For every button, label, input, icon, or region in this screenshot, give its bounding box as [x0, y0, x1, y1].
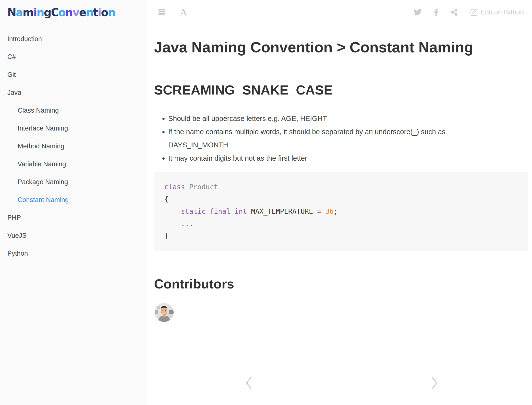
- logo-letter: v: [73, 6, 79, 19]
- app-root: NamingConvention IntroductionC#GitJavaCl…: [0, 0, 532, 405]
- next-page-button[interactable]: [427, 376, 442, 390]
- logo-letter: C: [51, 6, 58, 19]
- main-area: A: [147, 0, 532, 405]
- logo-letter: m: [23, 6, 34, 19]
- sidebar-item-method-naming[interactable]: Method Naming: [0, 137, 147, 155]
- logo-letter: n: [108, 6, 115, 19]
- code-line: static final int MAX_TEMPERATURE = 36;: [164, 205, 518, 218]
- edit-on-github-link[interactable]: Edit on Github: [470, 8, 524, 16]
- bullet-item: Should be all uppercase letters e.g. AGE…: [168, 112, 501, 125]
- logo-letter: n: [36, 6, 44, 19]
- logo-letter: e: [79, 6, 86, 19]
- toolbar: A: [147, 0, 532, 24]
- sidebar-item-vuejs[interactable]: VueJS: [0, 227, 147, 245]
- bullet-item: It may contain digits but not as the fir…: [168, 152, 501, 165]
- bullet-item: If the name contains multiple words, it …: [168, 125, 501, 152]
- edit-icon: [470, 9, 478, 16]
- sidebar-item-introduction[interactable]: Introduction: [0, 30, 147, 48]
- sidebar-item-c[interactable]: C#: [0, 48, 147, 66]
- logo-letter: N: [7, 6, 16, 19]
- logo[interactable]: NamingConvention: [7, 6, 115, 19]
- code-line: ...: [164, 218, 518, 230]
- sidebar-item-class-naming[interactable]: Class Naming: [0, 102, 147, 119]
- chevron-left-icon: [245, 377, 252, 389]
- share-icon[interactable]: [451, 9, 458, 16]
- prev-page-button[interactable]: [241, 376, 256, 390]
- chevron-right-icon: [432, 377, 438, 389]
- code-block: class Product{ static final int MAX_TEMP…: [154, 172, 528, 251]
- twitter-icon[interactable]: [413, 9, 422, 16]
- toolbar-right: Edit on Github: [413, 8, 524, 16]
- sidebar: NamingConvention IntroductionC#GitJavaCl…: [0, 0, 147, 405]
- sidebar-item-interface-naming[interactable]: Interface Naming: [0, 119, 147, 137]
- sidebar-item-git[interactable]: Git: [0, 66, 147, 84]
- code-line: }: [164, 230, 518, 242]
- font-settings-icon[interactable]: A: [180, 7, 187, 18]
- sidebar-item-java[interactable]: Java: [0, 84, 147, 102]
- page-content: Java Naming Convention > Constant Naming…: [147, 38, 532, 322]
- menu-icon[interactable]: [158, 9, 165, 15]
- logo-letter: o: [101, 6, 108, 19]
- sidebar-item-variable-naming[interactable]: Variable Naming: [0, 155, 147, 173]
- bullet-list: Should be all uppercase letters e.g. AGE…: [154, 112, 528, 165]
- logo-letter: i: [33, 6, 36, 19]
- logo-letter: o: [59, 6, 65, 19]
- sidebar-item-php[interactable]: PHP: [0, 209, 147, 227]
- page-title: Java Naming Convention > Constant Naming: [154, 38, 528, 56]
- logo-area: NamingConvention: [0, 0, 147, 25]
- contributor-avatar[interactable]: [155, 303, 174, 322]
- sidebar-item-package-naming[interactable]: Package Naming: [0, 173, 147, 191]
- edit-on-github-label: Edit on Github: [481, 8, 524, 16]
- logo-letter: a: [16, 6, 23, 19]
- logo-letter: n: [65, 6, 73, 19]
- logo-letter: n: [86, 6, 93, 19]
- logo-letter: t: [93, 6, 98, 19]
- code-line: {: [164, 193, 518, 205]
- code-line: class Product: [164, 181, 518, 193]
- sidebar-item-constant-naming[interactable]: Constant Naming: [0, 191, 147, 209]
- section-heading: SCREAMING_SNAKE_CASE: [154, 82, 528, 98]
- logo-letter: i: [98, 6, 101, 19]
- logo-letter: g: [44, 6, 51, 19]
- sidebar-item-python[interactable]: Python: [0, 245, 147, 262]
- contributors-heading: Contributors: [154, 276, 528, 292]
- facebook-icon[interactable]: [434, 8, 438, 16]
- sidebar-nav: IntroductionC#GitJavaClass NamingInterfa…: [0, 25, 147, 262]
